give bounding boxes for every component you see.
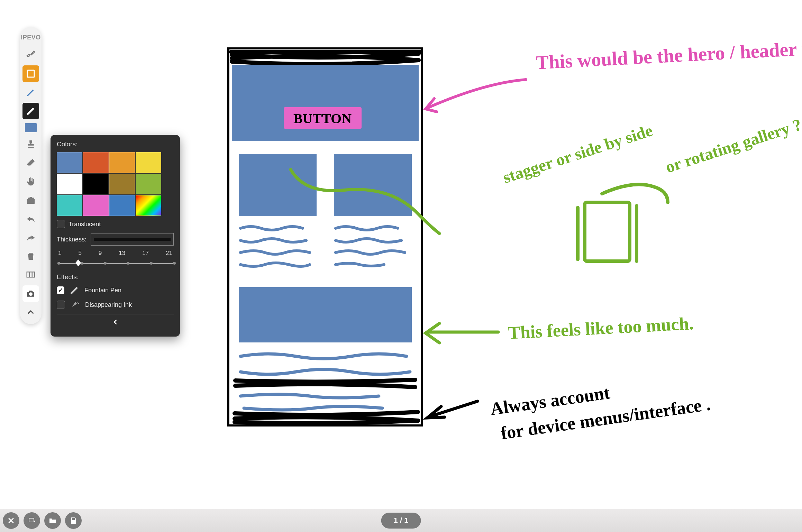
save-button[interactable] xyxy=(65,512,82,529)
current-color-tool[interactable] xyxy=(22,121,39,134)
board-icon xyxy=(26,270,36,280)
fountain-pen-icon xyxy=(69,285,80,295)
color-swatch[interactable] xyxy=(83,152,109,173)
close-icon xyxy=(7,516,15,525)
eraser-icon xyxy=(26,158,36,168)
annotation-gallery-sketch xyxy=(578,184,668,261)
thickness-label: Thickness: xyxy=(57,236,86,243)
pan-tool-button[interactable] xyxy=(22,173,39,190)
close-button[interactable] xyxy=(3,512,19,529)
eraser-tool-button[interactable] xyxy=(22,155,39,171)
vertical-toolbar: IPEVO xyxy=(20,27,42,324)
brush-icon xyxy=(26,50,36,60)
canvas-content: BUTTON xyxy=(111,0,802,510)
redo-button[interactable] xyxy=(22,229,39,246)
disappearing-ink-icon xyxy=(70,300,80,310)
svg-text:This feels like too much.: This feels like too much. xyxy=(508,313,694,343)
new-board-button[interactable] xyxy=(24,512,40,529)
wireframe-button-label: BUTTON xyxy=(293,111,352,126)
trash-icon xyxy=(26,251,36,262)
drawing-canvas[interactable]: BUTTON xyxy=(111,0,802,510)
trash-button[interactable] xyxy=(22,248,39,265)
color-swatch[interactable] xyxy=(83,195,109,216)
svg-rect-10 xyxy=(585,202,630,261)
camera-icon xyxy=(26,288,36,299)
current-color-swatch xyxy=(25,123,37,132)
svg-point-3 xyxy=(78,303,79,304)
translucent-checkbox[interactable] xyxy=(57,220,65,228)
toolbox-tool-button[interactable] xyxy=(22,192,39,209)
open-button[interactable] xyxy=(44,512,61,529)
svg-rect-9 xyxy=(239,287,412,342)
folder-icon xyxy=(48,516,57,525)
svg-point-2 xyxy=(77,302,78,303)
translucent-label: Translucent xyxy=(69,221,101,228)
pencil-icon xyxy=(26,106,36,116)
hand-icon xyxy=(26,176,36,187)
board-tool-button[interactable] xyxy=(22,267,39,283)
svg-text:This would be the hero / heade: This would be the hero / header image. xyxy=(535,35,802,73)
annotation-arrow-device xyxy=(427,401,477,418)
new-board-icon xyxy=(28,516,36,525)
undo-button[interactable] xyxy=(22,211,39,227)
stamp-tool-button[interactable] xyxy=(22,136,39,153)
svg-text:stagger or side by side: stagger or side by side xyxy=(501,121,655,187)
svg-rect-1 xyxy=(27,272,35,277)
brush-tool-button[interactable] xyxy=(22,47,39,63)
chevron-up-icon xyxy=(26,308,35,317)
toolbar-collapse-button[interactable] xyxy=(26,308,35,318)
annotation-arrow-toomuch xyxy=(426,323,498,343)
shapes-icon xyxy=(26,68,36,79)
svg-rect-0 xyxy=(27,70,34,77)
pen-icon xyxy=(26,87,36,98)
camera-tool-button[interactable] xyxy=(22,285,39,302)
toolbox-icon xyxy=(26,195,36,205)
shapes-tool-button[interactable] xyxy=(22,65,39,82)
undo-icon xyxy=(26,214,36,224)
pen-tool-button[interactable] xyxy=(22,84,39,101)
svg-text:or rotating gallery ?: or rotating gallery ? xyxy=(663,115,802,176)
effect-checkbox[interactable] xyxy=(57,301,65,309)
effect-checkbox[interactable]: ✓ xyxy=(57,286,64,294)
annotations-text: This would be the hero / header image. s… xyxy=(489,35,802,443)
page-indicator[interactable]: 1 / 1 xyxy=(381,513,421,529)
pencil-tool-button[interactable] xyxy=(22,103,39,119)
stamp-icon xyxy=(26,139,36,149)
redo-icon xyxy=(26,232,36,243)
color-swatch[interactable] xyxy=(57,174,82,194)
save-icon xyxy=(69,516,78,525)
bottom-toolbar: 1 / 1 xyxy=(0,509,802,532)
annotation-arrow-hero xyxy=(426,80,526,112)
svg-rect-5 xyxy=(232,65,419,141)
wireframe-mockup: BUTTON xyxy=(228,48,422,425)
slider-handle-icon[interactable] xyxy=(74,259,82,267)
color-swatch[interactable] xyxy=(57,152,82,173)
svg-rect-8 xyxy=(334,154,412,216)
color-swatch[interactable] xyxy=(83,174,109,194)
brand-logo: IPEVO xyxy=(21,34,41,41)
svg-rect-17 xyxy=(29,518,34,522)
color-swatch[interactable] xyxy=(57,195,82,216)
